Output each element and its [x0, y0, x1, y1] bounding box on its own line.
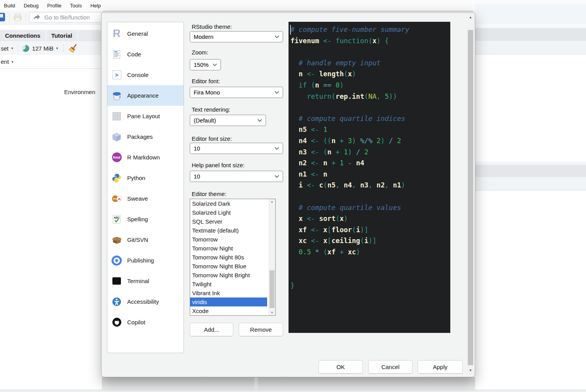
sidebar-item-spelling[interactable]: ABCSpelling: [107, 209, 184, 229]
menu-item-build[interactable]: Build: [4, 3, 15, 9]
print-icon[interactable]: [13, 13, 23, 24]
memory-pie-icon[interactable]: [22, 45, 29, 52]
sidebar-item-label: R Markdown: [127, 154, 160, 161]
global-environment-label[interactable]: ent: [1, 58, 9, 65]
scroll-down-icon[interactable]: ▼: [467, 368, 474, 374]
remove-theme-button[interactable]: Remove: [239, 323, 283, 336]
sidebar-item-label: Packages: [127, 133, 153, 140]
scrollbar-thumb[interactable]: [269, 270, 275, 308]
scrollbar-thumb[interactable]: [468, 30, 473, 365]
import-dataset-label[interactable]: set: [1, 45, 9, 52]
sidebar-item-label: Accessibility: [127, 298, 159, 305]
editor-theme-option-tomorrow-night-bright[interactable]: Tomorrow Night Bright: [190, 271, 267, 280]
memory-usage-label: 127 MiB: [32, 45, 54, 52]
sidebar-item-pane-layout[interactable]: Pane Layout: [107, 106, 184, 126]
goto-placeholder: Go to file/function: [44, 14, 90, 21]
console-icon: >: [111, 70, 122, 80]
appearance-icon: [111, 90, 122, 101]
theme-preview-editor: # compute five-number summaryfivenum <- …: [289, 22, 450, 333]
scroll-down-icon[interactable]: ▼: [269, 310, 275, 315]
editor-theme-option-tomorrow-night-80s[interactable]: Tomorrow Night 80s: [190, 253, 267, 262]
tab-tutorial[interactable]: Tutorial: [46, 30, 78, 41]
editor-font-size-select[interactable]: 10: [190, 143, 283, 154]
sidebar-item-general[interactable]: RGeneral: [107, 23, 184, 44]
editor-theme-option-xcode[interactable]: Xcode: [190, 306, 267, 315]
code-line: [290, 102, 450, 113]
sidebar-item-sweave[interactable]: RnwSweave: [107, 188, 184, 209]
editor-theme-option-viridis[interactable]: viridis: [190, 298, 267, 306]
sidebar-item-copilot[interactable]: Copilot: [107, 312, 184, 332]
toolbar-divider: [63, 44, 64, 52]
code-line: # compute five-number summary: [290, 24, 450, 35]
chevron-down-icon: [275, 147, 279, 150]
editor-theme-option-textmate-default[interactable]: Textmate (default): [190, 226, 267, 235]
sidebar-item-git-svn[interactable]: Git/SVN: [107, 229, 184, 250]
chevron-down-icon: [257, 119, 262, 122]
editor-theme-scrollbar[interactable]: ▲ ▼: [269, 199, 275, 315]
editor-theme-option-sql-server[interactable]: SQL Server: [190, 217, 267, 226]
menu-item-debug[interactable]: Debug: [24, 3, 38, 9]
bg-band: [475, 177, 586, 191]
zoom-label: Zoom:: [192, 49, 208, 56]
sidebar-item-label: Code: [127, 51, 141, 58]
menu-item-profile[interactable]: Profile: [47, 3, 61, 9]
rstudio-theme-select[interactable]: Modern: [190, 31, 283, 42]
editor-theme-option-solarized-dark[interactable]: Solarized Dark: [190, 199, 267, 208]
code-line: n3 <- (n + 1) / 2: [290, 147, 450, 158]
dropdown-caret-icon[interactable]: ▾: [12, 60, 14, 64]
scroll-up-icon[interactable]: ▲: [269, 199, 275, 205]
rstudio-screen: BuildDebugProfileToolsHelp Go to file/fu…: [0, 0, 586, 392]
dropdown-caret-icon[interactable]: ▾: [56, 46, 58, 50]
sidebar-item-accessibility[interactable]: Accessibility: [107, 291, 184, 312]
sidebar-item-appearance[interactable]: Appearance: [107, 85, 184, 106]
text-rendering-select[interactable]: (Default): [190, 115, 266, 126]
ok-button[interactable]: OK: [318, 360, 363, 374]
code-line: n4 <- ((n + 3) %/% 2) / 2: [290, 135, 450, 147]
sidebar-item-terminal[interactable]: Terminal: [107, 271, 184, 291]
sidebar-item-label: Console: [127, 72, 149, 78]
apply-button[interactable]: Apply: [418, 360, 463, 374]
help-panel-font-size-label: Help panel font size:: [192, 162, 245, 168]
editor-theme-label: Editor theme:: [192, 191, 226, 197]
add-theme-button[interactable]: Add...: [190, 323, 233, 336]
svg-text:ABC: ABC: [114, 216, 119, 219]
menu-item-help[interactable]: Help: [90, 3, 101, 9]
packages-icon: [111, 131, 122, 142]
bg-panel: [102, 377, 475, 390]
toolbar-divider: [9, 13, 10, 22]
scroll-up-icon[interactable]: ▲: [467, 14, 474, 21]
code-line: 0.5 * (xf + xc): [290, 247, 450, 258]
chevron-down-icon: [275, 35, 279, 38]
editor-theme-option-twilight[interactable]: Twilight: [190, 280, 267, 289]
copilot-icon: [111, 317, 122, 328]
help-panel-font-size-select[interactable]: 10: [190, 171, 283, 182]
code-line: return(rep.int(NA, 5)): [290, 91, 450, 102]
editor-theme-option-solarized-light[interactable]: Solarized Light: [190, 208, 267, 217]
sidebar-item-console[interactable]: >Console: [107, 65, 184, 85]
save-icon[interactable]: [0, 13, 5, 21]
editor-font-select[interactable]: Fira Mono: [190, 87, 283, 98]
git-svn-icon: [111, 234, 122, 245]
tab-connections[interactable]: Connections: [0, 30, 46, 41]
sidebar-item-code[interactable]: Code: [107, 44, 184, 65]
zoom-select[interactable]: 150%: [190, 59, 221, 70]
editor-theme-option-tomorrow-night-blue[interactable]: Tomorrow Night Blue: [190, 262, 267, 271]
code-line: x <- sort(x): [290, 213, 450, 224]
dialog-scrollbar[interactable]: ▲ ▼: [467, 14, 474, 374]
goto-file-function-input[interactable]: Go to file/function: [29, 12, 101, 23]
cancel-button[interactable]: Cancel: [368, 360, 413, 374]
sidebar-item-label: General: [127, 30, 148, 37]
sidebar-item-python[interactable]: Python: [107, 168, 184, 188]
code-line: xf <- x[floor(i)]: [290, 224, 450, 236]
editor-theme-option-tomorrow[interactable]: Tomorrow: [190, 235, 267, 244]
sidebar-item-publishing[interactable]: Publishing: [107, 250, 184, 271]
broom-icon[interactable]: [68, 43, 78, 53]
menu-item-tools[interactable]: Tools: [70, 3, 82, 9]
editor-theme-option-tomorrow-night[interactable]: Tomorrow Night: [190, 244, 267, 253]
sidebar-item-label: Python: [127, 175, 145, 181]
sidebar-item-r-markdown[interactable]: RmdR Markdown: [107, 147, 184, 168]
dropdown-caret-icon[interactable]: ▾: [11, 46, 13, 50]
editor-theme-option-vibrant-ink[interactable]: Vibrant Ink: [190, 289, 267, 298]
sidebar-item-packages[interactable]: Packages: [107, 126, 184, 147]
code-line: [290, 257, 450, 269]
